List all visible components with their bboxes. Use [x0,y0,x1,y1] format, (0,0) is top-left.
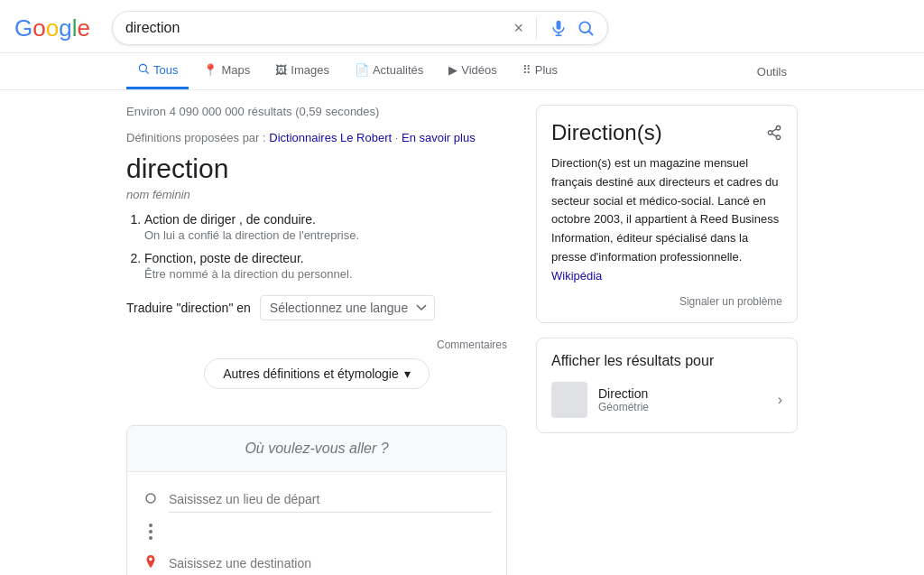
side-card-body: Direction(s) est un magazine mensuel fra… [551,154,782,286]
translate-section: Traduire "direction" en Sélectionnez une… [126,295,507,320]
direction-result-name: Direction [598,386,767,401]
tab-plus-label: ⠿ [522,63,531,77]
side-card-related: Afficher les résultats pour Direction Gé… [536,338,798,433]
clear-button[interactable]: × [513,19,523,38]
other-definitions-button[interactable]: Autres définitions et étymologie ▾ [204,358,430,389]
tab-tous-label: Tous [153,63,178,77]
direction-thumbnail [551,382,587,418]
maps-icon: 📍 [203,63,217,77]
svg-point-10 [768,131,772,135]
dots-row [142,524,492,540]
search-bar: × [112,11,608,45]
mic-button[interactable] [550,19,568,37]
videos-icon: ▶ [448,63,457,77]
images-icon: 🖼 [275,63,287,77]
tab-actualites[interactable]: 📄 Actualités [344,54,434,88]
search-button[interactable] [577,19,595,37]
definition-2: Fonction, poste de directeur. Être nommé… [144,251,507,281]
svg-point-7 [146,494,155,503]
depart-row [142,487,492,513]
circle-icon [144,492,157,505]
tab-images-label: Images [291,63,329,77]
search-icon [577,19,595,37]
report-issue[interactable]: Signaler un problème [551,295,782,308]
header: G o o g l e × [0,0,924,53]
chevron-right-icon: › [778,392,782,408]
word-title: direction [126,153,507,184]
tab-plus[interactable]: ⠿ Plus [512,54,568,88]
svg-point-11 [776,135,781,140]
magazine-description: Direction(s) est un magazine mensuel fra… [551,156,779,264]
translate-label: Traduire "direction" en [126,301,251,315]
search-tab-icon [137,62,150,75]
destination-icon [142,554,160,574]
dot1 [149,524,152,527]
direction-result-sub: Géométrie [598,401,767,413]
search-icons: × [513,17,595,39]
svg-line-4 [589,32,593,35]
side-card-magazine: Direction(s) Direction(s) est un magazin… [536,105,798,323]
main-content: Environ 4 090 000 000 résultats (0,59 se… [126,105,507,575]
search-divider [536,17,537,39]
mic-icon [550,19,568,37]
dots-icon [142,524,160,540]
tab-videos[interactable]: ▶ Vidéos [438,54,508,88]
nav-tabs: Tous 📍 Maps 🖼 Images 📄 Actualités ▶ Vidé… [0,53,924,90]
tous-icon [137,62,150,78]
results-count: Environ 4 090 000 000 résultats (0,59 se… [126,105,507,118]
logo-o1: o [32,14,45,42]
definition-1-text: Action de diriger , de conduire. [144,212,316,227]
direction-result-text: Direction Géométrie [598,386,767,413]
depart-icon [142,492,160,508]
definitions-source-sep: · [395,131,402,144]
depart-input[interactable] [169,487,492,513]
translate-select[interactable]: Sélectionnez une langue [260,295,435,320]
definitions-source: Définitions proposées par : Dictionnaire… [126,131,507,144]
definitions-source-prefix: Définitions proposées par : [126,131,269,144]
side-card-header: Direction(s) [551,120,782,145]
tab-tous[interactable]: Tous [126,53,189,89]
dot3 [149,536,152,540]
svg-rect-0 [556,21,560,30]
google-logo: G o o g l e [14,14,90,42]
logo-g2: g [59,14,71,42]
dot2 [149,530,152,533]
related-title: Afficher les résultats pour [551,353,782,369]
side-panel: Direction(s) Direction(s) est un magazin… [536,105,798,575]
svg-line-13 [772,129,776,132]
actualites-icon: 📄 [355,63,369,77]
definitions-source-link1[interactable]: Dictionnaires Le Robert [269,131,392,144]
pin-icon [144,554,157,570]
svg-point-8 [149,557,152,561]
definitions-list: Action de diriger , de conduire. On lui … [126,212,507,281]
directions-header: Où voulez-vous aller ? [127,426,506,472]
share-button[interactable] [766,125,782,141]
svg-line-12 [772,134,776,136]
tab-maps-label: Maps [221,63,250,77]
word-type: nom féminin [126,188,507,201]
destination-input[interactable] [169,551,492,575]
directions-body: Itinéraire [127,472,506,575]
logo-e: e [77,14,89,42]
destination-row [142,551,492,575]
definition-1: Action de diriger , de conduire. On lui … [144,212,507,242]
side-card-title: Direction(s) [551,120,662,145]
wikipedia-link[interactable]: Wikipédia [551,269,602,283]
content-wrapper: Environ 4 090 000 000 résultats (0,59 se… [0,90,924,575]
logo-g: G [14,14,32,42]
share-icon [766,125,782,141]
logo-o2: o [46,14,59,42]
search-input[interactable] [125,20,513,36]
outils-tab[interactable]: Outils [746,56,798,88]
direction-result-item[interactable]: Direction Géométrie › [551,382,782,418]
directions-box: Où voulez-vous aller ? [126,425,507,575]
definitions-source-link2[interactable]: En savoir plus [402,131,476,144]
commentaires[interactable]: Commentaires [126,339,507,351]
tab-actualites-label: Actualités [373,63,423,77]
definition-2-text: Fonction, poste de directeur. [144,251,304,265]
definition-1-example: On lui a confié la direction de l'entrep… [144,228,507,242]
other-defs-chevron: ▾ [404,366,411,381]
tab-maps[interactable]: 📍 Maps [192,54,261,88]
tab-images[interactable]: 🖼 Images [264,54,340,88]
tab-plus-text: Plus [535,63,558,77]
